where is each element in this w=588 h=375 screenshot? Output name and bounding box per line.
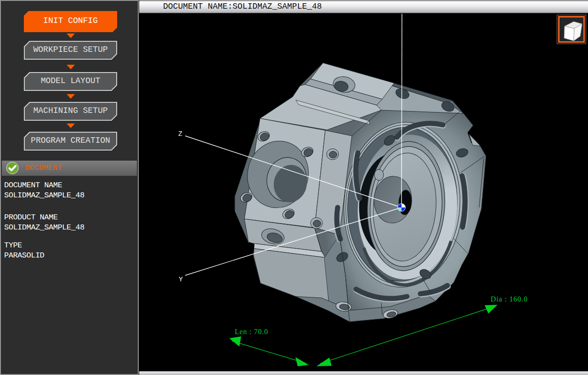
svg-text:Len : 70.0: Len : 70.0	[235, 328, 268, 336]
svg-text:Dia : 160.0: Dia : 160.0	[491, 295, 527, 303]
svg-text:Z: Z	[178, 130, 182, 138]
svg-text:Y: Y	[179, 276, 183, 284]
